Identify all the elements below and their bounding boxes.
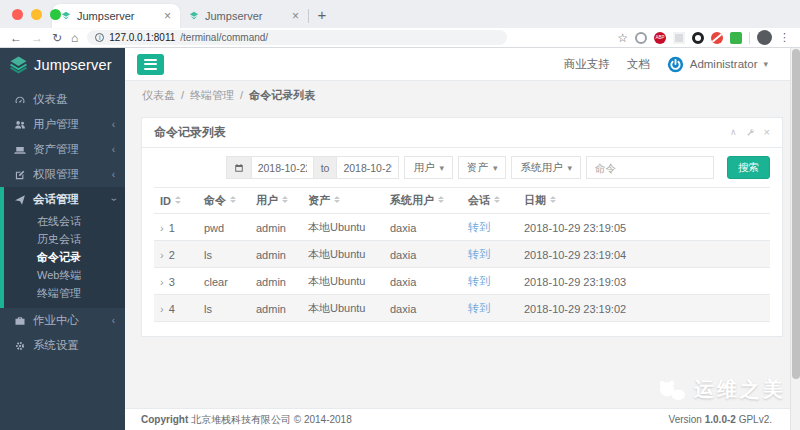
sidebar-item-job-center[interactable]: 作业中心 ‹ — [0, 308, 125, 333]
home-icon[interactable]: ⌂ — [71, 32, 78, 44]
session-goto-link[interactable]: 转到 — [468, 221, 490, 233]
browser-menu-icon[interactable]: ⋮ — [779, 31, 790, 44]
search-button[interactable]: 搜索 — [727, 156, 770, 179]
sidebar-item-system-settings[interactable]: 系统设置 — [0, 333, 125, 358]
date-cell-value: 2018-10-29 23:19:03 — [524, 276, 626, 288]
tab-close-icon[interactable]: × — [292, 10, 299, 22]
sidebar-toggle-button[interactable] — [137, 54, 164, 75]
column-header-system-user[interactable]: 系统用户 — [384, 188, 462, 214]
id-cell-value: 4 — [169, 303, 175, 315]
sidebar-item-assets[interactable]: 资产管理 ‹ — [0, 137, 125, 162]
expand-row-icon[interactable]: › — [160, 276, 164, 288]
expand-row-icon[interactable]: › — [160, 303, 164, 315]
asset-cell: 本地Ubuntu — [302, 295, 384, 322]
url-omnibox[interactable]: i 127.0.0.1:8011/terminal/command/ — [87, 30, 507, 45]
command-search-input[interactable] — [586, 156, 714, 179]
calendar-icon[interactable] — [226, 156, 252, 179]
column-label: 会话 — [468, 194, 490, 206]
date-cell: 2018-10-29 23:19:04 — [518, 241, 770, 268]
session-cell: 转到 — [462, 268, 518, 295]
sidebar-item-permissions[interactable]: 权限管理 ‹ — [0, 162, 125, 187]
expand-row-icon[interactable]: › — [160, 222, 164, 234]
column-header-asset[interactable]: 资产 — [302, 188, 384, 214]
column-header-date[interactable]: 日期 — [518, 188, 770, 214]
extension-icon-4[interactable] — [711, 32, 723, 44]
wrench-icon[interactable] — [746, 128, 755, 137]
sidebar-subitem-online-sessions[interactable]: 在线会话 — [4, 212, 125, 230]
scrollbar-thumb[interactable] — [792, 49, 800, 379]
extension-icon-1[interactable] — [635, 32, 647, 44]
copyright-text: Copyright 北京堆栈科技有限公司 © 2014-2018 — [141, 413, 352, 427]
chevron-left-icon: ‹ — [112, 144, 115, 155]
system-user-cell-value: daxia — [390, 303, 416, 315]
command-cell: pwd — [198, 214, 250, 241]
session-goto-link[interactable]: 转到 — [468, 302, 490, 314]
date-from-input[interactable] — [251, 156, 314, 179]
breadcrumb-item[interactable]: 仪表盘 — [142, 88, 175, 103]
sidebar-item-label: 作业中心 — [33, 313, 79, 328]
app-logo[interactable]: Jumpserver — [0, 48, 125, 81]
asset-cell-value: 本地Ubuntu — [308, 275, 365, 287]
sidebar-item-dashboard[interactable]: 仪表盘 — [0, 87, 125, 112]
new-tab-button[interactable]: + — [309, 4, 335, 28]
session-goto-link[interactable]: 转到 — [468, 248, 490, 260]
bookmark-star-icon[interactable]: ☆ — [617, 31, 628, 45]
browser-profile-avatar[interactable] — [757, 30, 772, 45]
select-value: 系统用户 — [520, 161, 562, 175]
session-goto-link[interactable]: 转到 — [468, 275, 490, 287]
column-label: 系统用户 — [390, 194, 434, 206]
browser-tab-inactive[interactable]: Jumpserver × — [180, 4, 308, 28]
panel-body: to 用户 ▾ 资产 ▾ 系统用户 ▾ — [142, 148, 782, 336]
column-header-user[interactable]: 用户 — [250, 188, 302, 214]
support-link[interactable]: 商业支持 — [564, 57, 610, 72]
breadcrumb-item[interactable]: 终端管理 — [190, 88, 234, 103]
close-window-button[interactable] — [12, 9, 23, 20]
maximize-window-button[interactable] — [50, 9, 61, 20]
minimize-window-button[interactable] — [31, 9, 42, 20]
chevron-left-icon: ‹ — [112, 119, 115, 130]
dashboard-icon — [14, 94, 26, 106]
extension-icon-2[interactable] — [673, 32, 685, 44]
system-user-filter-select[interactable]: 系统用户 ▾ — [511, 156, 581, 179]
tab-close-icon[interactable]: × — [164, 10, 171, 22]
extension-icon-5[interactable] — [730, 32, 742, 44]
date-cell-value: 2018-10-29 23:19:05 — [524, 222, 626, 234]
sidebar-item-sessions[interactable]: 会话管理 ‹ — [4, 187, 125, 212]
browser-actions: ☆ ABP ⋮ — [617, 30, 790, 45]
browser-chrome: Jumpserver × Jumpserver × + ← → ↻ ⌂ i 12… — [0, 0, 800, 48]
sidebar-subitem-history-sessions[interactable]: 历史会话 — [4, 230, 125, 248]
chevron-left-icon: ‹ — [112, 169, 115, 180]
user-menu[interactable]: Administrator ▾ — [667, 56, 768, 73]
sidebar-item-users[interactable]: 用户管理 ‹ — [0, 112, 125, 137]
browser-tab-active[interactable]: Jumpserver × — [52, 4, 180, 28]
column-label: 资产 — [308, 194, 330, 206]
column-header-session[interactable]: 会话 — [462, 188, 518, 214]
logo-text: Jumpserver — [34, 57, 112, 73]
expand-row-icon[interactable]: › — [160, 249, 164, 261]
forward-icon[interactable]: → — [31, 32, 43, 44]
close-panel-icon[interactable]: × — [764, 127, 770, 138]
table-header-row: ID 命令 用户 资产 系统用户 会话 日期 — [154, 188, 770, 214]
column-header-id[interactable]: ID — [154, 188, 198, 214]
extension-icon-3[interactable] — [692, 32, 704, 44]
sidebar-subitem-command-records[interactable]: 命令记录 — [4, 248, 125, 266]
info-icon[interactable]: i — [95, 33, 104, 42]
user-filter-select[interactable]: 用户 ▾ — [404, 156, 453, 179]
window-controls — [12, 9, 61, 20]
date-to-input[interactable] — [336, 156, 399, 179]
topbar-links: 商业支持 文档 Administrator ▾ — [564, 56, 788, 73]
extension-icon-adblock[interactable]: ABP — [654, 32, 666, 44]
docs-link[interactable]: 文档 — [627, 57, 650, 72]
reload-icon[interactable]: ↻ — [52, 32, 62, 44]
send-icon — [14, 194, 26, 206]
page-scrollbar[interactable] — [790, 48, 800, 430]
asset-filter-select[interactable]: 资产 ▾ — [458, 156, 507, 179]
column-header-command[interactable]: 命令 — [198, 188, 250, 214]
command-table-body: ›1pwdadmin本地Ubuntudaxia转到2018-10-29 23:1… — [154, 214, 770, 322]
sidebar-item-label: 权限管理 — [33, 167, 79, 182]
back-icon[interactable]: ← — [10, 32, 22, 44]
sidebar-subitem-web-terminal[interactable]: Web终端 — [4, 266, 125, 284]
panel-tools: ∧ × — [730, 127, 770, 138]
collapse-icon[interactable]: ∧ — [730, 128, 737, 137]
sidebar-subitem-terminal-management[interactable]: 终端管理 — [4, 284, 125, 302]
